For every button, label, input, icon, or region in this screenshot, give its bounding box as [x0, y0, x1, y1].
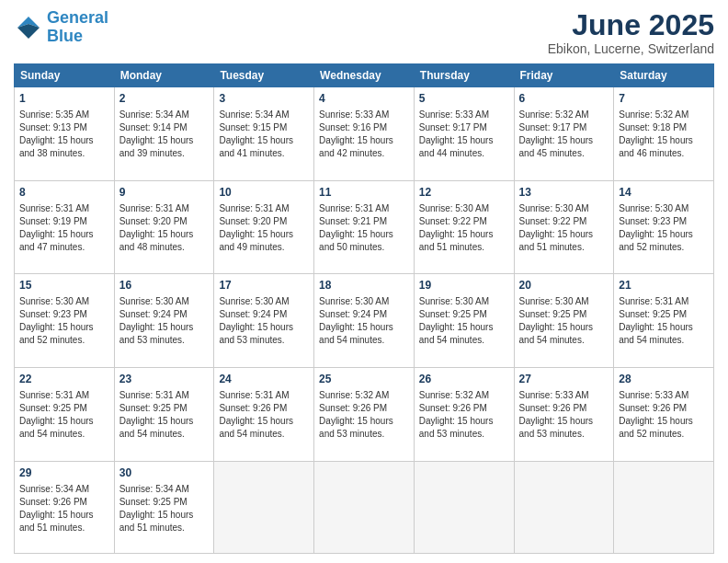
- col-header-friday: Friday: [514, 64, 614, 87]
- day-info: Sunrise: 5:31 AM Sunset: 9:26 PM Dayligh…: [219, 390, 293, 439]
- day-cell: 11Sunrise: 5:31 AM Sunset: 9:21 PM Dayli…: [314, 180, 415, 274]
- day-number: 22: [19, 372, 109, 387]
- day-number: 14: [619, 185, 709, 201]
- day-cell: [614, 461, 714, 553]
- logo-text: General Blue: [47, 9, 108, 46]
- day-cell: 17Sunrise: 5:30 AM Sunset: 9:24 PM Dayli…: [214, 274, 314, 368]
- day-number: 16: [119, 278, 210, 293]
- day-number: 23: [119, 372, 210, 387]
- day-info: Sunrise: 5:32 AM Sunset: 9:26 PM Dayligh…: [419, 390, 494, 439]
- day-number: 29: [19, 465, 109, 481]
- day-info: Sunrise: 5:31 AM Sunset: 9:21 PM Dayligh…: [319, 203, 393, 252]
- week-row-1: 1Sunrise: 5:35 AM Sunset: 9:13 PM Daylig…: [15, 87, 714, 181]
- day-info: Sunrise: 5:32 AM Sunset: 9:18 PM Dayligh…: [619, 109, 693, 158]
- title-block: June 2025 Ebikon, Lucerne, Switzerland: [548, 9, 714, 56]
- day-number: 21: [619, 278, 709, 293]
- day-info: Sunrise: 5:30 AM Sunset: 9:23 PM Dayligh…: [19, 296, 94, 345]
- day-number: 18: [319, 278, 409, 293]
- day-info: Sunrise: 5:30 AM Sunset: 9:22 PM Dayligh…: [519, 203, 594, 252]
- day-cell: 19Sunrise: 5:30 AM Sunset: 9:25 PM Dayli…: [414, 274, 514, 368]
- day-number: 8: [19, 185, 109, 201]
- day-info: Sunrise: 5:31 AM Sunset: 9:25 PM Dayligh…: [619, 296, 693, 345]
- day-info: Sunrise: 5:30 AM Sunset: 9:25 PM Dayligh…: [419, 296, 494, 345]
- day-cell: 9Sunrise: 5:31 AM Sunset: 9:20 PM Daylig…: [114, 180, 214, 274]
- day-number: 27: [519, 372, 609, 387]
- day-info: Sunrise: 5:33 AM Sunset: 9:16 PM Dayligh…: [319, 109, 393, 158]
- day-cell: 4Sunrise: 5:33 AM Sunset: 9:16 PM Daylig…: [314, 87, 415, 181]
- day-info: Sunrise: 5:30 AM Sunset: 9:24 PM Dayligh…: [319, 296, 393, 345]
- day-cell: 6Sunrise: 5:32 AM Sunset: 9:17 PM Daylig…: [514, 87, 614, 181]
- day-info: Sunrise: 5:31 AM Sunset: 9:25 PM Dayligh…: [119, 390, 194, 439]
- day-info: Sunrise: 5:32 AM Sunset: 9:26 PM Dayligh…: [319, 390, 393, 439]
- day-number: 24: [219, 372, 309, 387]
- day-info: Sunrise: 5:33 AM Sunset: 9:17 PM Dayligh…: [419, 109, 494, 158]
- day-cell: [414, 461, 514, 553]
- header: General Blue June 2025 Ebikon, Lucerne, …: [14, 9, 714, 56]
- day-info: Sunrise: 5:30 AM Sunset: 9:23 PM Dayligh…: [619, 203, 693, 252]
- day-cell: 5Sunrise: 5:33 AM Sunset: 9:17 PM Daylig…: [414, 87, 514, 181]
- day-info: Sunrise: 5:30 AM Sunset: 9:22 PM Dayligh…: [419, 203, 494, 252]
- day-cell: 23Sunrise: 5:31 AM Sunset: 9:25 PM Dayli…: [114, 368, 214, 462]
- day-info: Sunrise: 5:34 AM Sunset: 9:15 PM Dayligh…: [219, 109, 293, 158]
- day-cell: 12Sunrise: 5:30 AM Sunset: 9:22 PM Dayli…: [414, 180, 514, 274]
- day-cell: 1Sunrise: 5:35 AM Sunset: 9:13 PM Daylig…: [15, 87, 115, 181]
- day-number: 20: [519, 278, 609, 293]
- day-info: Sunrise: 5:30 AM Sunset: 9:25 PM Dayligh…: [519, 296, 594, 345]
- day-info: Sunrise: 5:32 AM Sunset: 9:17 PM Dayligh…: [519, 109, 594, 158]
- day-info: Sunrise: 5:31 AM Sunset: 9:20 PM Dayligh…: [219, 203, 293, 252]
- day-number: 1: [19, 91, 109, 107]
- day-cell: 21Sunrise: 5:31 AM Sunset: 9:25 PM Dayli…: [614, 274, 714, 368]
- day-cell: 10Sunrise: 5:31 AM Sunset: 9:20 PM Dayli…: [214, 180, 314, 274]
- day-cell: 22Sunrise: 5:31 AM Sunset: 9:25 PM Dayli…: [15, 368, 115, 462]
- day-cell: 24Sunrise: 5:31 AM Sunset: 9:26 PM Dayli…: [214, 368, 314, 462]
- day-info: Sunrise: 5:30 AM Sunset: 9:24 PM Dayligh…: [119, 296, 194, 345]
- day-info: Sunrise: 5:33 AM Sunset: 9:26 PM Dayligh…: [619, 390, 693, 439]
- week-row-2: 8Sunrise: 5:31 AM Sunset: 9:19 PM Daylig…: [15, 180, 714, 274]
- day-cell: 29Sunrise: 5:34 AM Sunset: 9:26 PM Dayli…: [15, 461, 115, 553]
- month-title: June 2025: [548, 9, 714, 41]
- day-cell: 20Sunrise: 5:30 AM Sunset: 9:25 PM Dayli…: [514, 274, 614, 368]
- col-header-tuesday: Tuesday: [214, 64, 314, 87]
- col-header-thursday: Thursday: [414, 64, 514, 87]
- location-subtitle: Ebikon, Lucerne, Switzerland: [548, 41, 714, 56]
- day-number: 9: [119, 185, 210, 201]
- col-header-sunday: Sunday: [15, 64, 115, 87]
- day-number: 13: [519, 185, 609, 201]
- day-cell: 8Sunrise: 5:31 AM Sunset: 9:19 PM Daylig…: [15, 180, 115, 274]
- day-info: Sunrise: 5:34 AM Sunset: 9:25 PM Dayligh…: [119, 484, 194, 533]
- col-header-wednesday: Wednesday: [314, 64, 415, 87]
- col-header-saturday: Saturday: [614, 64, 714, 87]
- page: General Blue June 2025 Ebikon, Lucerne, …: [0, 0, 728, 563]
- day-info: Sunrise: 5:33 AM Sunset: 9:26 PM Dayligh…: [519, 390, 594, 439]
- day-info: Sunrise: 5:34 AM Sunset: 9:14 PM Dayligh…: [119, 109, 194, 158]
- day-info: Sunrise: 5:30 AM Sunset: 9:24 PM Dayligh…: [219, 296, 293, 345]
- col-header-monday: Monday: [114, 64, 214, 87]
- day-number: 2: [119, 91, 210, 107]
- day-number: 6: [519, 91, 609, 107]
- day-number: 19: [419, 278, 509, 293]
- day-cell: 2Sunrise: 5:34 AM Sunset: 9:14 PM Daylig…: [114, 87, 214, 181]
- day-number: 26: [419, 372, 509, 387]
- day-cell: 3Sunrise: 5:34 AM Sunset: 9:15 PM Daylig…: [214, 87, 314, 181]
- week-row-4: 22Sunrise: 5:31 AM Sunset: 9:25 PM Dayli…: [15, 368, 714, 462]
- day-number: 4: [319, 91, 409, 107]
- day-cell: 18Sunrise: 5:30 AM Sunset: 9:24 PM Dayli…: [314, 274, 415, 368]
- day-number: 12: [419, 185, 509, 201]
- day-cell: 27Sunrise: 5:33 AM Sunset: 9:26 PM Dayli…: [514, 368, 614, 462]
- day-number: 30: [119, 465, 210, 481]
- day-number: 11: [319, 185, 409, 201]
- day-number: 25: [319, 372, 409, 387]
- day-number: 15: [19, 278, 109, 293]
- logo: General Blue: [14, 9, 108, 46]
- header-row: SundayMondayTuesdayWednesdayThursdayFrid…: [15, 64, 714, 87]
- day-info: Sunrise: 5:35 AM Sunset: 9:13 PM Dayligh…: [19, 109, 94, 158]
- day-cell: 30Sunrise: 5:34 AM Sunset: 9:25 PM Dayli…: [114, 461, 214, 553]
- day-info: Sunrise: 5:31 AM Sunset: 9:25 PM Dayligh…: [19, 390, 94, 439]
- week-row-3: 15Sunrise: 5:30 AM Sunset: 9:23 PM Dayli…: [15, 274, 714, 368]
- day-cell: 28Sunrise: 5:33 AM Sunset: 9:26 PM Dayli…: [614, 368, 714, 462]
- day-cell: 13Sunrise: 5:30 AM Sunset: 9:22 PM Dayli…: [514, 180, 614, 274]
- day-cell: 15Sunrise: 5:30 AM Sunset: 9:23 PM Dayli…: [15, 274, 115, 368]
- day-info: Sunrise: 5:31 AM Sunset: 9:19 PM Dayligh…: [19, 203, 94, 252]
- day-cell: [314, 461, 415, 553]
- day-cell: 16Sunrise: 5:30 AM Sunset: 9:24 PM Dayli…: [114, 274, 214, 368]
